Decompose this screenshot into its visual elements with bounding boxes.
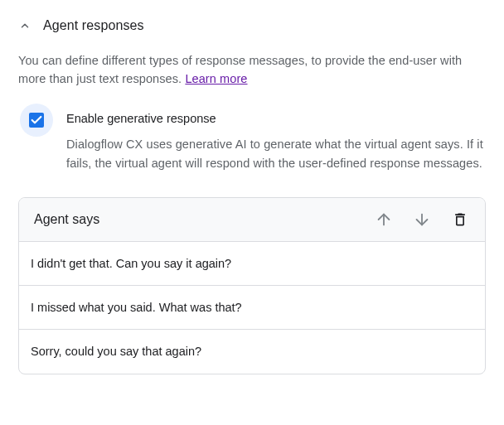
agent-says-header: Agent says — [19, 198, 485, 242]
agent-says-title: Agent says — [34, 212, 374, 227]
agent-says-row[interactable]: Sorry, could you say that again? — [19, 330, 485, 373]
collapse-toggle[interactable] — [18, 19, 32, 32]
section-header: Agent responses — [18, 18, 486, 33]
agent-says-row[interactable]: I missed what you said. What was that? — [19, 286, 485, 330]
learn-more-link[interactable]: Learn more — [185, 72, 247, 85]
arrow-down-icon — [413, 210, 431, 229]
arrow-up-icon — [375, 210, 393, 229]
chevron-up-icon — [19, 20, 31, 31]
delete-button[interactable] — [450, 210, 470, 229]
move-up-button[interactable] — [374, 210, 394, 229]
generative-toggle-row: Enable generative response Dialogflow CX… — [18, 110, 486, 174]
agent-says-row[interactable]: I didn't get that. Can you say it again? — [19, 242, 485, 286]
generative-label: Enable generative response — [66, 110, 486, 127]
enable-generative-checkbox[interactable] — [20, 104, 53, 137]
checkmark-icon — [30, 113, 43, 127]
move-down-button[interactable] — [412, 210, 432, 229]
section-description: You can define different types of respon… — [18, 51, 486, 89]
section-title: Agent responses — [43, 18, 144, 33]
generative-description: Dialogflow CX uses generative AI to gene… — [66, 135, 486, 173]
agent-says-card: Agent says — [18, 197, 486, 374]
trash-icon — [452, 211, 468, 228]
